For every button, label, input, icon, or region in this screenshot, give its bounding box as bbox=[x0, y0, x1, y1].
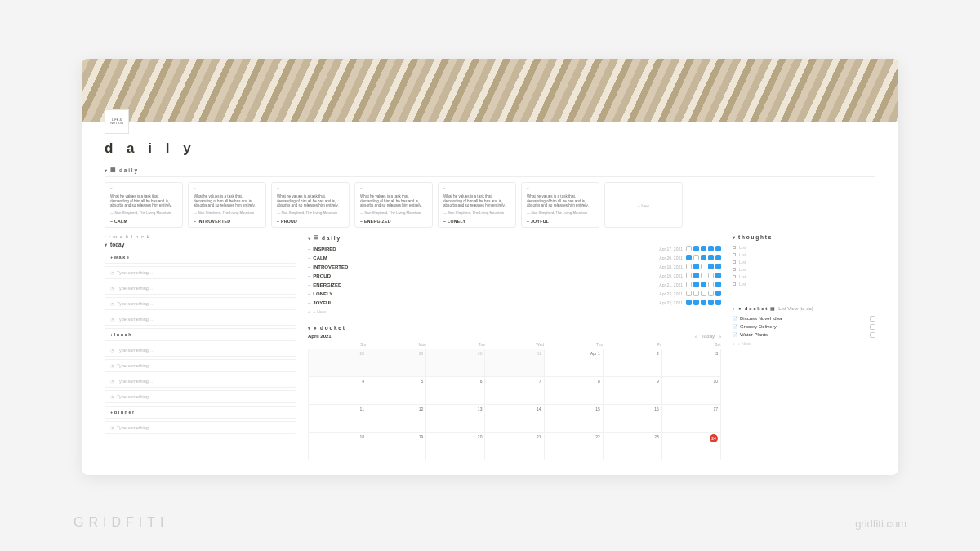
checkbox[interactable] bbox=[870, 332, 875, 338]
checkbox[interactable] bbox=[870, 324, 875, 330]
checkbox[interactable] bbox=[693, 255, 699, 260]
thought-item[interactable]: List bbox=[733, 243, 875, 251]
cal-day[interactable]: 17 bbox=[662, 405, 720, 433]
timeblock-slot[interactable]: ◔Type something… bbox=[105, 266, 296, 279]
gallery-header[interactable]: ▦ d a i l y bbox=[105, 167, 875, 173]
checkbox[interactable] bbox=[715, 273, 721, 278]
cal-day[interactable]: 18 bbox=[309, 433, 368, 460]
docket-item[interactable]: 📄Discuss Novel Idea bbox=[733, 314, 875, 322]
checkbox[interactable] bbox=[715, 264, 721, 269]
checkbox[interactable] bbox=[708, 300, 714, 305]
mood-row[interactable]: –CALM Apr 20, 2021 bbox=[308, 253, 721, 262]
docket-cal-header[interactable]: ● d o c k e t bbox=[308, 325, 721, 331]
mood-row[interactable]: –ENERGIZED Apr 21, 2021 bbox=[308, 280, 721, 289]
cal-day[interactable]: 24 bbox=[662, 433, 720, 460]
checkbox[interactable] bbox=[693, 273, 699, 278]
checkbox[interactable] bbox=[701, 264, 706, 269]
checkbox[interactable] bbox=[686, 273, 692, 278]
checkbox[interactable] bbox=[708, 264, 714, 269]
timeblock-slot[interactable]: ◔Type something… bbox=[105, 359, 296, 372]
thought-item[interactable]: List bbox=[733, 280, 875, 287]
calendar[interactable]: SunMonTueWedThuFriSat28293031Apr 1234567… bbox=[308, 341, 721, 460]
checkbox[interactable] bbox=[870, 316, 875, 322]
checkbox[interactable] bbox=[701, 246, 706, 251]
thought-item[interactable]: List bbox=[733, 265, 875, 273]
cal-day[interactable]: 11 bbox=[309, 405, 368, 433]
cal-day[interactable]: 14 bbox=[485, 405, 544, 433]
mood-card[interactable]: ❝ What he values is a task that, demandi… bbox=[271, 182, 350, 228]
checkbox[interactable] bbox=[708, 282, 714, 287]
cal-day[interactable]: 3 bbox=[662, 349, 720, 377]
cal-day[interactable]: 9 bbox=[603, 377, 662, 405]
checkbox[interactable] bbox=[693, 264, 699, 269]
cal-day[interactable]: 19 bbox=[368, 433, 426, 460]
cal-day[interactable]: 4 bbox=[309, 377, 368, 405]
cal-day[interactable]: 12 bbox=[368, 405, 426, 433]
checkbox[interactable] bbox=[715, 255, 721, 260]
cal-day[interactable]: 5 bbox=[368, 377, 426, 405]
checkbox[interactable] bbox=[715, 246, 721, 251]
timeblock-slot[interactable]: ◔Type something… bbox=[105, 390, 296, 403]
checkbox[interactable] bbox=[686, 255, 692, 260]
cal-today[interactable]: Today bbox=[702, 334, 715, 339]
docket-item[interactable]: 📄Water Plants bbox=[733, 331, 875, 339]
cal-day[interactable]: 30 bbox=[426, 349, 485, 377]
cal-day[interactable]: 8 bbox=[544, 377, 603, 405]
cal-day[interactable]: 23 bbox=[603, 433, 662, 460]
timeblock-slot[interactable]: ◔Type something… bbox=[105, 344, 296, 357]
cal-day[interactable]: Apr 1 bbox=[544, 349, 603, 377]
timeblock-slot[interactable]: ◔Type something… bbox=[105, 421, 296, 434]
checkbox[interactable] bbox=[686, 300, 692, 305]
mood-row[interactable]: –INTROVERTED Apr 18, 2021 bbox=[308, 262, 721, 271]
mood-card[interactable]: ❝ What he values is a task that, demandi… bbox=[438, 182, 516, 228]
thoughts-header[interactable]: t h o u g h t s bbox=[733, 234, 875, 240]
timeblock-section[interactable]: + d i n n e r bbox=[105, 406, 296, 419]
add-mood-row[interactable]: ++ New bbox=[308, 307, 721, 317]
cal-next[interactable]: › bbox=[719, 334, 721, 339]
checkbox[interactable] bbox=[701, 282, 706, 287]
cal-day[interactable]: 13 bbox=[426, 405, 485, 433]
mood-row[interactable]: –INSPIRED Apr 17, 2021 bbox=[308, 244, 721, 253]
timeblock-section[interactable]: + l u n c h bbox=[105, 328, 296, 341]
checkbox[interactable] bbox=[715, 291, 721, 296]
cal-prev[interactable]: ‹ bbox=[695, 334, 697, 339]
page-icon[interactable]: LIFE & NOTION bbox=[105, 109, 129, 134]
mood-card[interactable]: ❝ What he values is a task that, demandi… bbox=[521, 182, 599, 228]
checkbox[interactable] bbox=[708, 273, 714, 278]
checkbox[interactable] bbox=[708, 246, 714, 251]
docket-item[interactable]: 📄Grocery Delivery bbox=[733, 322, 875, 331]
cal-day[interactable]: 10 bbox=[662, 377, 720, 405]
mood-card[interactable]: ❝ What he values is a task that, demandi… bbox=[188, 182, 266, 228]
cal-day[interactable]: 16 bbox=[603, 405, 662, 433]
timeblock-slot[interactable]: ◔Type something… bbox=[105, 282, 296, 295]
cal-day[interactable]: 20 bbox=[426, 433, 485, 460]
cal-day[interactable]: 28 bbox=[309, 349, 368, 377]
mood-row[interactable]: –PROUD Apr 19, 2021 bbox=[308, 271, 721, 280]
checkbox[interactable] bbox=[693, 291, 699, 296]
checkbox[interactable] bbox=[715, 300, 721, 305]
thought-item[interactable]: List bbox=[733, 258, 875, 265]
thought-item[interactable]: List bbox=[733, 251, 875, 258]
checkbox[interactable] bbox=[701, 300, 706, 305]
add-docket-row[interactable]: ++ New bbox=[733, 339, 875, 349]
cal-day[interactable]: 15 bbox=[544, 405, 603, 433]
cal-day[interactable]: 7 bbox=[485, 377, 544, 405]
mood-card[interactable]: ❝ What he values is a task that, demandi… bbox=[105, 182, 183, 228]
today-toggle[interactable]: today bbox=[105, 242, 296, 247]
cal-day[interactable]: 22 bbox=[544, 433, 603, 460]
checkbox[interactable] bbox=[693, 246, 699, 251]
checkbox[interactable] bbox=[686, 246, 692, 251]
checkbox[interactable] bbox=[686, 291, 692, 296]
checkbox[interactable] bbox=[686, 264, 692, 269]
checkbox[interactable] bbox=[708, 255, 714, 260]
checkbox[interactable] bbox=[701, 273, 706, 278]
cal-day[interactable]: 2 bbox=[603, 349, 662, 377]
checkbox[interactable] bbox=[715, 282, 721, 287]
mood-row[interactable]: –LONELY Apr 23, 2021 bbox=[308, 289, 721, 298]
timeblock-slot[interactable]: ◔Type something… bbox=[105, 297, 296, 310]
checkbox[interactable] bbox=[693, 282, 699, 287]
cal-day[interactable]: 6 bbox=[426, 377, 485, 405]
cal-day[interactable]: 21 bbox=[485, 433, 544, 460]
mood-card[interactable]: ❝ What he values is a task that, demandi… bbox=[354, 182, 433, 228]
checkbox[interactable] bbox=[693, 300, 699, 305]
